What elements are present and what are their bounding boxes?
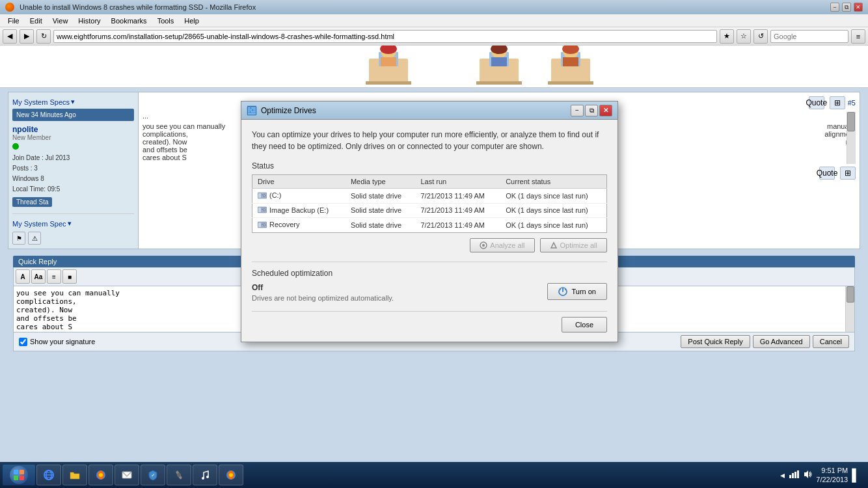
- go-advanced-btn[interactable]: Go Advanced: [753, 335, 810, 348]
- dialog-title-text: Optimize Drives: [261, 106, 316, 115]
- toolbar-bold[interactable]: A: [16, 269, 30, 284]
- my-system-specs-link2[interactable]: My System Spec ▾: [12, 218, 134, 229]
- refresh-btn2[interactable]: ↺: [753, 29, 768, 44]
- dialog-minimize-btn[interactable]: −: [571, 105, 584, 116]
- start-button[interactable]: [3, 465, 35, 485]
- toolbar-extra[interactable]: ■: [62, 269, 77, 284]
- username[interactable]: npolite: [12, 125, 134, 134]
- svg-point-29: [264, 195, 265, 196]
- table-row[interactable]: Image Backup (E:) Solid state drive 7/21…: [252, 203, 607, 218]
- post-action-icon1[interactable]: ⚑: [12, 232, 25, 245]
- analyze-all-btn[interactable]: Analyze all: [470, 238, 534, 252]
- scrollbar[interactable]: [847, 112, 856, 164]
- taskbar-music-btn[interactable]: [193, 465, 217, 485]
- hdd-icon: [258, 192, 267, 199]
- svg-point-61: [206, 476, 209, 478]
- taskbar-ie-btn[interactable]: [36, 465, 61, 485]
- clock-time: 9:51 PM: [816, 466, 848, 475]
- multiquote-btn[interactable]: ⊞: [830, 96, 845, 109]
- menu-help[interactable]: Help: [179, 16, 204, 26]
- online-indicator: [12, 143, 19, 150]
- start-orb[interactable]: [10, 466, 28, 484]
- scheduled-row: Off Drives are not being optimized autom…: [252, 283, 607, 302]
- taskbar-explorer-btn[interactable]: [62, 465, 87, 485]
- my-system-specs-link[interactable]: My System Specs ▾: [12, 96, 134, 107]
- clock[interactable]: 9:51 PM 7/22/2013: [816, 466, 848, 485]
- svg-point-34: [264, 210, 265, 211]
- col-current-status: Current status: [500, 175, 606, 189]
- menu-bookmarks[interactable]: Bookmarks: [106, 16, 152, 26]
- search-bar[interactable]: [770, 30, 848, 43]
- dialog-restore-btn[interactable]: ⧉: [585, 105, 598, 116]
- optimize-all-btn[interactable]: Optimize all: [540, 238, 607, 252]
- analyze-icon: [480, 241, 487, 249]
- taskbar-firefox2-btn[interactable]: [219, 465, 243, 485]
- signature-checkbox[interactable]: [19, 338, 27, 346]
- col-last-run: Last run: [415, 175, 500, 189]
- menu-file[interactable]: File: [3, 16, 25, 26]
- multiquote-btn2[interactable]: ⊞: [840, 167, 856, 180]
- drive-icon: Recovery: [258, 221, 299, 228]
- defrag-icon: [247, 105, 257, 116]
- close-dialog-btn[interactable]: Close: [562, 317, 607, 332]
- taskbar-tools-btn[interactable]: [167, 465, 191, 485]
- scroll-thumb[interactable]: [847, 112, 855, 131]
- email-icon: [120, 468, 133, 481]
- menu-tools[interactable]: Tools: [152, 16, 180, 26]
- table-row[interactable]: Recovery Solid state drive 7/21/2013 11:…: [252, 218, 607, 233]
- menu-icon[interactable]: ≡: [851, 29, 865, 44]
- svg-point-60: [202, 477, 204, 480]
- volume-icon: [803, 470, 812, 479]
- back-btn[interactable]: ◀: [3, 29, 17, 44]
- user-meta: Join Date : Jul 2013 Posts : 3 Windows 8…: [12, 153, 134, 195]
- restore-btn[interactable]: ⧉: [842, 3, 851, 12]
- taskbar-firefox-btn[interactable]: [88, 465, 113, 485]
- svg-rect-21: [248, 109, 252, 111]
- taskbar-email-btn[interactable]: [115, 465, 139, 485]
- drive-icon: Image Backup (E:): [258, 206, 329, 214]
- forward-btn[interactable]: ▶: [20, 29, 34, 44]
- menu-view[interactable]: View: [47, 16, 74, 26]
- tray-volume-icon[interactable]: [803, 470, 812, 480]
- toolbar-italic[interactable]: Aa: [31, 269, 46, 284]
- post-quick-reply-btn[interactable]: Post Quick Reply: [681, 335, 750, 348]
- close-browser-btn[interactable]: ✕: [854, 3, 863, 12]
- drive-name-cell: (C:): [252, 189, 346, 204]
- reply-scroll-thumb[interactable]: [847, 286, 854, 303]
- dialog-titlebar: Optimize Drives − ⧉ ✕: [241, 102, 617, 120]
- taskbar-security-btn[interactable]: ✓: [141, 465, 165, 485]
- menu-edit[interactable]: Edit: [25, 16, 47, 26]
- post-action-icon2[interactable]: ⚠: [28, 232, 41, 245]
- svg-rect-16: [563, 57, 578, 66]
- firefox-logo-icon: [95, 469, 107, 481]
- minimize-btn[interactable]: −: [830, 3, 839, 12]
- refresh-btn[interactable]: ↻: [36, 29, 51, 44]
- turn-on-btn[interactable]: Turn on: [547, 283, 607, 300]
- quote-btn2[interactable]: Quote: [819, 167, 835, 180]
- bookmark-star[interactable]: ★: [720, 29, 734, 44]
- nav-bar: ◀ ▶ ↻ ★ ☆ ↺ ≡: [0, 27, 868, 46]
- header-illustration: [271, 46, 597, 88]
- mail-icon: [121, 469, 133, 481]
- address-bar[interactable]: [53, 30, 717, 43]
- explorer-icon: [68, 468, 81, 481]
- reply-scrollbar[interactable]: [845, 286, 854, 332]
- cancel-btn[interactable]: Cancel: [813, 335, 849, 348]
- dialog-close-btn[interactable]: ✕: [599, 105, 612, 116]
- menu-history[interactable]: History: [73, 16, 105, 26]
- music-note-icon: [199, 469, 211, 481]
- browser-title: Unable to install Windows 8 crashes whil…: [20, 3, 256, 11]
- ie-icon: [42, 468, 55, 481]
- quote-btn[interactable]: Quote: [809, 96, 824, 109]
- svg-rect-37: [258, 223, 261, 227]
- show-desktop-btn[interactable]: ▌: [852, 468, 860, 482]
- svg-rect-19: [248, 107, 251, 109]
- table-row[interactable]: (C:) Solid state drive 7/21/2013 11:49 A…: [252, 189, 607, 204]
- tray-arrow[interactable]: ◂: [780, 470, 785, 480]
- signature-checkbox-label[interactable]: Show your signature: [19, 338, 95, 346]
- svg-rect-23: [248, 111, 250, 113]
- svg-marker-43: [551, 243, 556, 248]
- last-run-cell: 7/21/2013 11:49 AM: [415, 203, 500, 218]
- bookmark-star2[interactable]: ☆: [737, 29, 751, 44]
- toolbar-list[interactable]: ≡: [47, 269, 61, 284]
